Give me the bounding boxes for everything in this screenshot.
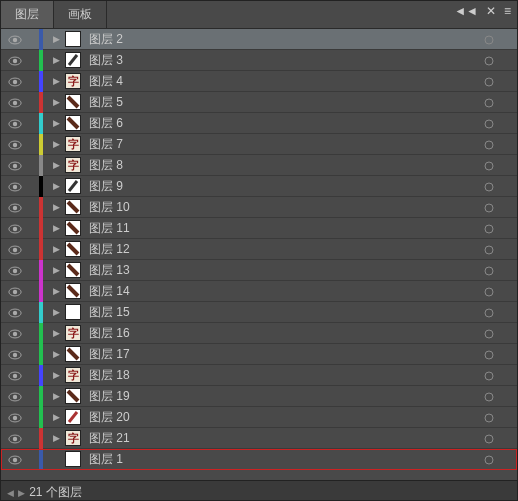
visibility-toggle[interactable] — [1, 431, 29, 445]
collapse-icon[interactable]: ◄◄ — [454, 4, 478, 18]
expand-toggle[interactable]: ▶ — [51, 328, 61, 338]
target-icon[interactable] — [475, 74, 503, 88]
layer-name[interactable]: 图层 4 — [85, 73, 475, 90]
chevron-left-icon[interactable]: ◀ — [7, 488, 15, 498]
layer-thumbnail[interactable] — [65, 94, 81, 110]
layer-name[interactable]: 图层 1 — [85, 451, 475, 468]
target-icon[interactable] — [475, 200, 503, 214]
visibility-toggle[interactable] — [1, 53, 29, 67]
visibility-toggle[interactable] — [1, 368, 29, 382]
chevron-right-icon[interactable]: ▶ — [18, 488, 26, 498]
layer-thumbnail[interactable] — [65, 388, 81, 404]
target-icon[interactable] — [475, 221, 503, 235]
expand-toggle[interactable]: ▶ — [51, 412, 61, 422]
layer-thumbnail[interactable] — [65, 346, 81, 362]
expand-toggle[interactable]: ▶ — [51, 244, 61, 254]
expand-toggle[interactable]: ▶ — [51, 223, 61, 233]
layer-thumbnail[interactable] — [65, 262, 81, 278]
layer-name[interactable]: 图层 10 — [85, 199, 475, 216]
layer-row[interactable]: ▶图层 11 — [1, 218, 517, 239]
layer-row[interactable]: ▶字图层 18 — [1, 365, 517, 386]
expand-toggle[interactable]: ▶ — [51, 307, 61, 317]
expand-toggle[interactable]: ▶ — [51, 34, 61, 44]
layer-row[interactable]: ▶字图层 7 — [1, 134, 517, 155]
layer-thumbnail[interactable] — [65, 220, 81, 236]
expand-toggle[interactable]: ▶ — [51, 370, 61, 380]
layer-name[interactable]: 图层 14 — [85, 283, 475, 300]
layer-name[interactable]: 图层 6 — [85, 115, 475, 132]
layer-row[interactable]: ▶图层 12 — [1, 239, 517, 260]
expand-toggle[interactable]: ▶ — [51, 433, 61, 443]
layer-row[interactable]: ▶字图层 16 — [1, 323, 517, 344]
expand-toggle[interactable]: ▶ — [51, 139, 61, 149]
target-icon[interactable] — [475, 116, 503, 130]
layer-row[interactable]: ▶图层 20 — [1, 407, 517, 428]
target-icon[interactable] — [475, 410, 503, 424]
expand-toggle[interactable]: ▶ — [51, 55, 61, 65]
layer-thumbnail[interactable]: 字 — [65, 430, 81, 446]
layer-name[interactable]: 图层 15 — [85, 304, 475, 321]
layer-row[interactable]: ▶图层 14 — [1, 281, 517, 302]
layer-thumbnail[interactable] — [65, 283, 81, 299]
target-icon[interactable] — [475, 368, 503, 382]
expand-toggle[interactable]: ▶ — [51, 391, 61, 401]
expand-toggle[interactable]: ▶ — [51, 286, 61, 296]
layer-name[interactable]: 图层 13 — [85, 262, 475, 279]
visibility-toggle[interactable] — [1, 263, 29, 277]
layer-thumbnail[interactable] — [65, 31, 81, 47]
target-icon[interactable] — [475, 32, 503, 46]
layer-row[interactable]: ▶图层 5 — [1, 92, 517, 113]
expand-toggle[interactable]: ▶ — [51, 181, 61, 191]
close-icon[interactable]: ✕ — [486, 4, 496, 18]
visibility-toggle[interactable] — [1, 179, 29, 193]
layer-row[interactable]: ▶字图层 4 — [1, 71, 517, 92]
target-icon[interactable] — [475, 347, 503, 361]
layer-thumbnail[interactable] — [65, 115, 81, 131]
layer-name[interactable]: 图层 2 — [85, 31, 475, 48]
layer-name[interactable]: 图层 3 — [85, 52, 475, 69]
layer-row[interactable]: ▶图层 10 — [1, 197, 517, 218]
expand-toggle[interactable]: ▶ — [51, 265, 61, 275]
visibility-toggle[interactable] — [1, 389, 29, 403]
layer-row[interactable]: ▶图层 13 — [1, 260, 517, 281]
visibility-toggle[interactable] — [1, 95, 29, 109]
tab-artboards[interactable]: 画板 — [54, 1, 107, 28]
layer-thumbnail[interactable]: 字 — [65, 136, 81, 152]
menu-icon[interactable]: ≡ — [504, 4, 511, 18]
layer-thumbnail[interactable]: 字 — [65, 157, 81, 173]
layer-row[interactable]: ▶图层 17 — [1, 344, 517, 365]
visibility-toggle[interactable] — [1, 347, 29, 361]
visibility-toggle[interactable] — [1, 452, 29, 466]
layer-thumbnail[interactable] — [65, 52, 81, 68]
visibility-toggle[interactable] — [1, 158, 29, 172]
visibility-toggle[interactable] — [1, 326, 29, 340]
layer-row[interactable]: ▶图层 9 — [1, 176, 517, 197]
expand-toggle[interactable]: ▶ — [51, 97, 61, 107]
target-icon[interactable] — [475, 389, 503, 403]
layer-row[interactable]: 图层 1 — [1, 449, 517, 470]
target-icon[interactable] — [475, 242, 503, 256]
expand-toggle[interactable]: ▶ — [51, 118, 61, 128]
target-icon[interactable] — [475, 137, 503, 151]
layer-row[interactable]: ▶图层 2 — [1, 29, 517, 50]
visibility-toggle[interactable] — [1, 32, 29, 46]
layer-thumbnail[interactable]: 字 — [65, 367, 81, 383]
layer-thumbnail[interactable] — [65, 241, 81, 257]
layer-row[interactable]: ▶字图层 8 — [1, 155, 517, 176]
visibility-toggle[interactable] — [1, 74, 29, 88]
layer-name[interactable]: 图层 11 — [85, 220, 475, 237]
layer-thumbnail[interactable] — [65, 409, 81, 425]
target-icon[interactable] — [475, 179, 503, 193]
layer-name[interactable]: 图层 16 — [85, 325, 475, 342]
target-icon[interactable] — [475, 305, 503, 319]
layer-thumbnail[interactable] — [65, 178, 81, 194]
visibility-toggle[interactable] — [1, 116, 29, 130]
visibility-toggle[interactable] — [1, 410, 29, 424]
layer-row[interactable]: ▶图层 3 — [1, 50, 517, 71]
layer-name[interactable]: 图层 9 — [85, 178, 475, 195]
layer-thumbnail[interactable]: 字 — [65, 73, 81, 89]
layer-row[interactable]: ▶字图层 21 — [1, 428, 517, 449]
visibility-toggle[interactable] — [1, 200, 29, 214]
layer-row[interactable]: ▶图层 19 — [1, 386, 517, 407]
visibility-toggle[interactable] — [1, 137, 29, 151]
